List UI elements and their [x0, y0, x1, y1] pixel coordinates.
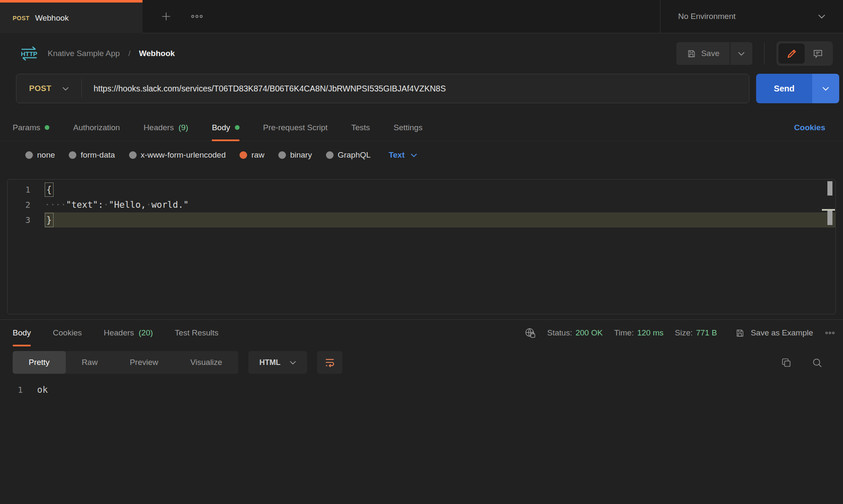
body-type-urlencoded[interactable]: x-www-form-urlencoded [129, 150, 226, 160]
body-type-row: none form-data x-www-form-urlencoded raw… [0, 141, 843, 169]
copy-response-button[interactable] [781, 357, 792, 368]
tab-settings[interactable]: Settings [393, 114, 423, 141]
json-key: "text": [66, 200, 104, 210]
tab-params[interactable]: Params [13, 114, 49, 141]
comment-button[interactable] [805, 43, 831, 64]
view-preview-button[interactable]: Preview [114, 351, 175, 374]
tab-body[interactable]: Body [212, 114, 239, 141]
globe-lock-icon[interactable] [524, 327, 536, 339]
time-label: Time: [614, 328, 634, 338]
tab-params-label: Params [13, 123, 40, 132]
pencil-icon [786, 48, 797, 59]
editor-line-current: 3 } [8, 212, 835, 228]
response-tab-cookies[interactable]: Cookies [53, 320, 82, 346]
body-type-graphql-label: GraphQL [338, 150, 371, 160]
request-header: HTTP Knative Sample App / Webhook Save [0, 33, 843, 74]
save-as-example-button[interactable]: Save as Example [735, 328, 813, 338]
breadcrumb-request-name[interactable]: Webhook [139, 49, 175, 58]
body-type-binary[interactable]: binary [278, 150, 312, 160]
breadcrumb-collection[interactable]: Knative Sample App [48, 49, 120, 58]
view-raw-button[interactable]: Raw [66, 351, 114, 374]
response-tab-headers[interactable]: Headers (20) [104, 320, 153, 346]
tab-authorization-label: Authorization [73, 123, 120, 132]
chevron-down-icon [738, 52, 745, 56]
size-value: 771 B [696, 328, 717, 338]
body-type-none-label: none [37, 150, 55, 160]
size-indicator[interactable]: Size: 771 B [675, 328, 717, 338]
chevron-down-icon [822, 87, 829, 91]
response-tab-test-results-label: Test Results [175, 328, 218, 338]
environment-label: No Environment [678, 12, 735, 21]
response-tab-headers-label: Headers [104, 328, 134, 338]
method-selector[interactable]: POST [16, 84, 81, 93]
editor-code: ····"text":·"Hello,·world." [45, 197, 835, 212]
response-options-button[interactable] [824, 331, 835, 335]
tab-bar: POST Webhook No Environment [0, 0, 843, 33]
save-options-button[interactable] [730, 42, 752, 65]
tab-headers[interactable]: Headers (9) [143, 114, 188, 141]
size-label: Size: [675, 328, 692, 338]
edit-request-button[interactable] [778, 43, 805, 64]
json-value: world." [151, 200, 189, 210]
status-indicator[interactable]: Status: 200 OK [547, 328, 603, 338]
body-type-raw[interactable]: raw [240, 150, 264, 160]
save-button-label: Save [701, 49, 719, 58]
view-pretty-button[interactable]: Pretty [13, 351, 66, 374]
json-value: "Hello, [109, 200, 146, 210]
http-protocol-icon: HTTP [19, 46, 39, 62]
body-type-urlencoded-label: x-www-form-urlencoded [141, 150, 226, 160]
tab-prerequest-label: Pre-request Script [263, 123, 328, 132]
save-button[interactable]: Save [676, 42, 730, 65]
whitespace-dot: · [103, 200, 109, 210]
tab-body-label: Body [212, 123, 230, 132]
raw-language-selector[interactable]: Text [389, 150, 417, 160]
chevron-down-icon [290, 361, 296, 365]
radio-icon [129, 151, 137, 159]
request-body-editor[interactable]: 1 { 2 ····"text":·"Hello,·world." 3 } [7, 179, 836, 314]
send-button[interactable]: Send [756, 74, 812, 103]
response-tabs: Body Cookies Headers (20) Test Results [13, 320, 218, 346]
breadcrumb-separator: / [128, 49, 130, 58]
breadcrumb: HTTP Knative Sample App / Webhook [19, 46, 175, 62]
radio-icon [69, 151, 76, 159]
tab-tests[interactable]: Tests [351, 114, 370, 141]
status-label: Status: [547, 328, 572, 338]
response-tab-headers-count: (20) [139, 328, 153, 338]
line-number: 2 [8, 197, 45, 212]
response-language-selector[interactable]: HTML [248, 351, 307, 374]
save-as-example-label: Save as Example [751, 328, 813, 338]
radio-icon [278, 151, 286, 159]
response-tab-test-results[interactable]: Test Results [175, 320, 218, 346]
cookies-link[interactable]: Cookies [794, 123, 825, 132]
body-type-graphql[interactable]: GraphQL [326, 150, 371, 160]
tab-prerequest-script[interactable]: Pre-request Script [263, 114, 328, 141]
response-tab-body[interactable]: Body [13, 320, 31, 346]
environment-selector[interactable]: No Environment [660, 0, 843, 33]
send-options-button[interactable] [812, 74, 839, 103]
more-options-icon [824, 331, 835, 335]
tab-options-button[interactable] [191, 14, 203, 19]
time-value: 120 ms [637, 328, 663, 338]
url-row: POST https://hooks.slack.com/services/T0… [0, 74, 843, 103]
scrollbar-mark[interactable] [827, 211, 832, 225]
tab-authorization[interactable]: Authorization [73, 114, 120, 141]
body-type-form-data[interactable]: form-data [69, 150, 115, 160]
scrollbar-mark[interactable] [827, 181, 832, 196]
time-indicator[interactable]: Time: 120 ms [614, 328, 663, 338]
tab-headers-label: Headers [143, 123, 174, 132]
response-body-viewer[interactable]: 1 ok [0, 374, 843, 397]
wrap-text-button[interactable] [317, 351, 342, 374]
raw-language-label: Text [389, 150, 405, 160]
search-response-button[interactable] [811, 357, 823, 368]
open-request-tab[interactable]: POST Webhook [0, 0, 143, 33]
editor-line: 2 ····"text":·"Hello,·world." [8, 197, 835, 212]
url-input[interactable]: https://hooks.slack.com/services/T06TD83… [82, 84, 749, 94]
body-type-binary-label: binary [290, 150, 312, 160]
view-visualize-button[interactable]: Visualize [174, 351, 238, 374]
send-button-group: Send [756, 74, 839, 103]
new-tab-button[interactable] [160, 11, 172, 22]
body-type-none[interactable]: none [25, 150, 55, 160]
whitespace-dot: · [146, 200, 151, 210]
request-tabs: Params Authorization Headers (9) Body Pr… [0, 114, 843, 141]
save-button-group: Save [676, 42, 752, 65]
